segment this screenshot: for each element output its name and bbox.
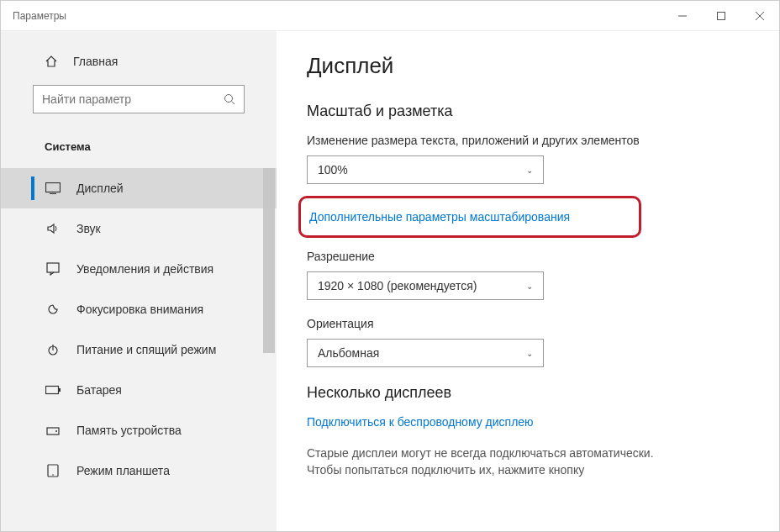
sound-icon: [45, 222, 61, 235]
scale-section-title: Масштаб и разметка: [307, 103, 754, 120]
sidebar-item-label: Память устройства: [76, 424, 182, 437]
home-label: Главная: [73, 55, 118, 68]
scale-value: 100%: [318, 163, 348, 176]
resolution-select[interactable]: 1920 × 1080 (рекомендуется) ⌄: [307, 271, 544, 300]
titlebar: Параметры: [1, 1, 779, 31]
svg-point-4: [225, 95, 233, 103]
sidebar-item-label: Фокусировка внимания: [76, 303, 203, 316]
svg-rect-12: [59, 388, 61, 392]
orientation-select[interactable]: Альбомная ⌄: [307, 339, 544, 367]
sidebar-scrollbar[interactable]: [263, 168, 275, 531]
sidebar-item-label: Режим планшета: [76, 464, 170, 477]
svg-rect-6: [46, 183, 61, 192]
note-text: Старые дисплеи могут не всегда подключат…: [307, 445, 754, 478]
search-input[interactable]: [33, 85, 245, 113]
svg-rect-11: [46, 387, 59, 394]
close-button[interactable]: [740, 1, 779, 31]
sidebar-item-label: Дисплей: [76, 182, 124, 195]
home-link[interactable]: Главная: [1, 48, 277, 75]
sidebar-item-label: Уведомления и действия: [76, 262, 213, 276]
scale-label: Изменение размера текста, приложений и д…: [307, 134, 754, 147]
sidebar-item-tablet[interactable]: Режим планшета: [1, 450, 277, 491]
search-icon: [224, 93, 235, 105]
highlight-annotation: Дополнительные параметры масштабирования: [298, 196, 641, 238]
resolution-value: 1920 × 1080 (рекомендуется): [318, 279, 477, 292]
focus-icon: [45, 303, 61, 316]
home-icon: [45, 55, 58, 68]
tablet-icon: [45, 464, 61, 477]
orientation-value: Альбомная: [318, 346, 379, 360]
wireless-display-link[interactable]: Подключиться к беспроводному дисплею: [307, 415, 754, 429]
page-title: Дисплей: [307, 53, 754, 79]
maximize-button[interactable]: [702, 1, 740, 31]
svg-point-14: [55, 430, 57, 432]
sidebar-item-label: Питание и спящий режим: [76, 343, 216, 356]
multi-section-title: Несколько дисплеев: [307, 384, 754, 402]
minimize-button[interactable]: [663, 1, 702, 31]
power-icon: [45, 343, 61, 356]
sidebar-item-label: Звук: [76, 222, 101, 235]
sidebar-item-notifications[interactable]: Уведомления и действия: [1, 249, 277, 289]
advanced-scale-link[interactable]: Дополнительные параметры масштабирования: [309, 210, 570, 224]
window-title: Параметры: [13, 10, 663, 22]
battery-icon: [45, 385, 61, 395]
sidebar-item-power[interactable]: Питание и спящий режим: [1, 329, 277, 370]
sidebar-item-display[interactable]: Дисплей: [1, 168, 277, 208]
sidebar-item-label: Батарея: [76, 383, 122, 397]
notifications-icon: [45, 262, 61, 276]
sidebar-category: Система: [1, 134, 277, 168]
chevron-down-icon: ⌄: [526, 282, 533, 291]
sidebar: Главная Система Дисплей Звук: [1, 31, 277, 531]
scrollbar-thumb[interactable]: [263, 168, 275, 353]
scale-select[interactable]: 100% ⌄: [307, 155, 544, 184]
nav-list: Дисплей Звук Уведомления и действия Фоку…: [1, 168, 277, 531]
svg-line-5: [232, 102, 235, 105]
display-icon: [45, 182, 61, 194]
chevron-down-icon: ⌄: [526, 349, 533, 358]
sidebar-item-focus[interactable]: Фокусировка внимания: [1, 289, 277, 329]
search-field[interactable]: [42, 92, 224, 106]
chevron-down-icon: ⌄: [526, 166, 533, 175]
svg-rect-8: [47, 263, 59, 272]
main-content: Дисплей Масштаб и разметка Изменение раз…: [277, 31, 779, 531]
sidebar-item-storage[interactable]: Память устройства: [1, 410, 277, 450]
storage-icon: [45, 424, 61, 437]
sidebar-item-sound[interactable]: Звук: [1, 208, 277, 249]
orientation-label: Ориентация: [307, 317, 754, 330]
resolution-label: Разрешение: [307, 250, 754, 263]
sidebar-item-battery[interactable]: Батарея: [1, 370, 277, 410]
svg-point-16: [52, 474, 54, 476]
svg-rect-1: [718, 12, 725, 19]
